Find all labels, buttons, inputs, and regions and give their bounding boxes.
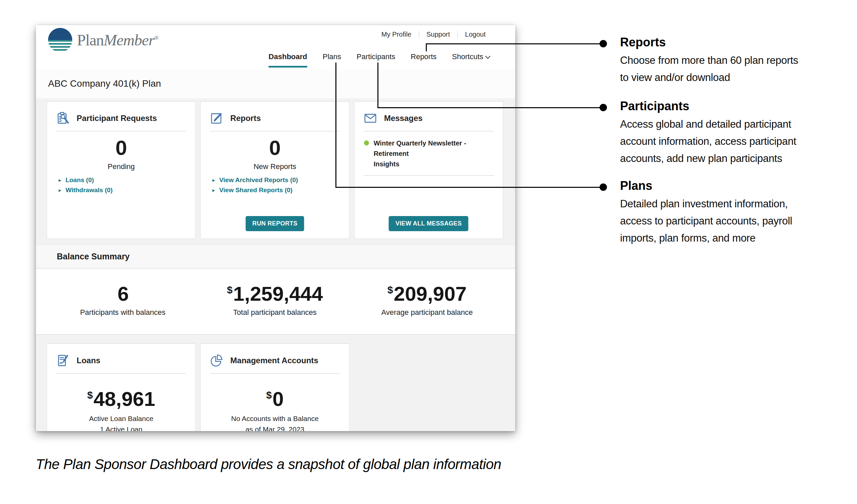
loans-card: Loans $48,961 Active Loan Balance 1 Acti… [47, 343, 196, 431]
page: PlanMember® My Profile Support Logout Da… [0, 0, 857, 504]
management-accounts-card: Management Accounts $0 No Accounts with … [200, 343, 349, 431]
stat-number: 6 [118, 283, 129, 305]
card-header: Reports [209, 107, 340, 129]
card-title: Management Accounts [230, 356, 318, 365]
new-reports-count: 0 [209, 137, 340, 158]
stat-number: 48,961 [94, 388, 155, 410]
stat-average-participant-balance: $209,907 Average participant balance [351, 284, 503, 317]
summary-cards-row: Participant Requests 0 Pending ►Loans (0… [47, 101, 503, 239]
card-header: Loans [56, 350, 186, 371]
view-all-messages-button[interactable]: VIEW ALL MESSAGES [389, 216, 469, 231]
stat-total-participant-balances: $1,259,444 Total participant balances [199, 284, 351, 317]
tab-dashboard[interactable]: Dashboard [269, 52, 307, 68]
annotation-plans: Plans Detailed plan investment informati… [620, 178, 839, 247]
app-header: PlanMember® My Profile Support Logout Da… [36, 25, 515, 69]
dashboard-content: ABC Company 401(k) Plan [36, 69, 515, 431]
run-reports-button[interactable]: RUN REPORTS [246, 216, 304, 231]
withdrawals-link[interactable]: ►Withdrawals (0) [58, 186, 186, 194]
arrow-right-icon: ► [212, 188, 216, 192]
tab-shortcuts-label: Shortcuts [452, 52, 483, 61]
tab-plans[interactable]: Plans [323, 52, 341, 68]
management-accounts-label: No Accounts with a Balance [209, 415, 340, 423]
view-shared-reports-label: View Shared Reports (0) [219, 186, 292, 194]
card-links: ►Loans (0) ►Withdrawals (0) [56, 177, 186, 194]
support-link[interactable]: Support [419, 31, 457, 38]
secondary-cards-row: Loans $48,961 Active Loan Balance 1 Acti… [47, 343, 503, 431]
stat-label: Average participant balance [351, 308, 503, 317]
active-loan-balance-value: $48,961 [56, 389, 186, 409]
utility-nav: My Profile Support Logout [374, 31, 493, 38]
stat-number: 1,259,444 [233, 283, 323, 305]
logout-link[interactable]: Logout [458, 31, 493, 38]
edit-square-icon [209, 111, 223, 125]
connector-participants-vertical [377, 63, 379, 108]
card-title: Reports [230, 114, 261, 123]
arrow-right-icon: ► [212, 178, 216, 182]
figure-caption: The Plan Sponsor Dashboard provides a sn… [36, 456, 501, 472]
currency-sign: $ [266, 389, 272, 401]
message-list-item[interactable]: Winter Quarterly Newsletter - Retirement… [363, 138, 494, 176]
stat-label: Total participant balances [199, 308, 351, 317]
annotation-body: Detailed plan investment information, ac… [620, 195, 839, 247]
currency-sign: $ [227, 284, 233, 295]
my-profile-link[interactable]: My Profile [374, 31, 419, 38]
reports-card: Reports 0 New Reports ►View Archived Rep… [200, 101, 349, 239]
card-links: ►View Archived Reports (0) ►View Shared … [209, 177, 340, 194]
withdrawals-link-label: Withdrawals (0) [66, 186, 113, 194]
loans-link[interactable]: ►Loans (0) [58, 177, 186, 184]
view-archived-reports-link[interactable]: ►View Archived Reports (0) [212, 177, 340, 184]
planmember-logo: PlanMember® [48, 28, 158, 52]
connector-plans-vertical [335, 63, 336, 188]
view-archived-reports-label: View Archived Reports (0) [219, 177, 298, 184]
currency-sign: $ [387, 284, 393, 295]
arrow-right-icon: ► [58, 178, 62, 182]
participant-requests-card: Participant Requests 0 Pending ►Loans (0… [47, 101, 196, 239]
dashboard-window: PlanMember® My Profile Support Logout Da… [36, 25, 515, 431]
stat-value: 6 [47, 284, 199, 304]
pending-count: 0 [56, 137, 186, 158]
stat-number: 209,907 [394, 283, 467, 305]
card-title: Participant Requests [77, 114, 157, 123]
divider [56, 131, 186, 131]
message-title: Winter Quarterly Newsletter - Retirement… [374, 138, 493, 169]
card-title: Messages [384, 114, 423, 123]
currency-sign: $ [87, 389, 93, 401]
view-shared-reports-link[interactable]: ►View Shared Reports (0) [212, 186, 340, 194]
bullet-dot-reports [600, 40, 607, 47]
clipboard-search-icon [56, 111, 70, 125]
card-header: Management Accounts [209, 350, 340, 371]
planmember-logo-text: PlanMember® [77, 31, 158, 49]
stat-label: Participants with balances [47, 308, 199, 317]
tab-reports[interactable]: Reports [411, 52, 437, 68]
active-loan-count-label: 1 Active Loan [56, 425, 186, 431]
annotation-title: Participants [620, 98, 839, 114]
tab-shortcuts[interactable]: Shortcuts [452, 52, 490, 68]
balance-summary-title: Balance Summary [57, 252, 130, 262]
bullet-dot-participants [600, 104, 607, 111]
tab-participants[interactable]: Participants [357, 52, 395, 68]
management-accounts-value: $0 [209, 389, 340, 409]
stat-participants-with-balances: 6 Participants with balances [47, 284, 199, 317]
connector-participants-horizontal [377, 107, 601, 108]
stat-value: $1,259,444 [199, 284, 351, 304]
new-reports-label: New Reports [209, 162, 340, 171]
arrow-right-icon: ► [58, 188, 62, 192]
bullet-dot-plans [600, 183, 607, 191]
connector-plans-horizontal [335, 187, 601, 188]
divider [364, 131, 493, 131]
chevron-down-icon [485, 54, 491, 59]
logo-plan: Plan [77, 31, 104, 49]
logo-member: Member [104, 31, 155, 49]
empty-slot [354, 343, 503, 431]
divider [210, 373, 339, 374]
messages-card: Messages Winter Quarterly Newsletter - R… [354, 101, 503, 239]
management-accounts-date-label: as of Mar 29, 2023 [209, 425, 340, 431]
stat-number: 0 [272, 388, 284, 410]
annotation-title: Reports [620, 35, 839, 50]
main-nav: Dashboard Plans Participants Reports Sho… [269, 52, 490, 68]
unread-dot-icon [364, 140, 369, 146]
pending-count-label: Pending [56, 162, 186, 171]
connector-reports-vertical [426, 43, 427, 51]
plan-title: ABC Company 401(k) Plan [48, 78, 161, 89]
balance-summary-header: Balance Summary [36, 244, 515, 268]
